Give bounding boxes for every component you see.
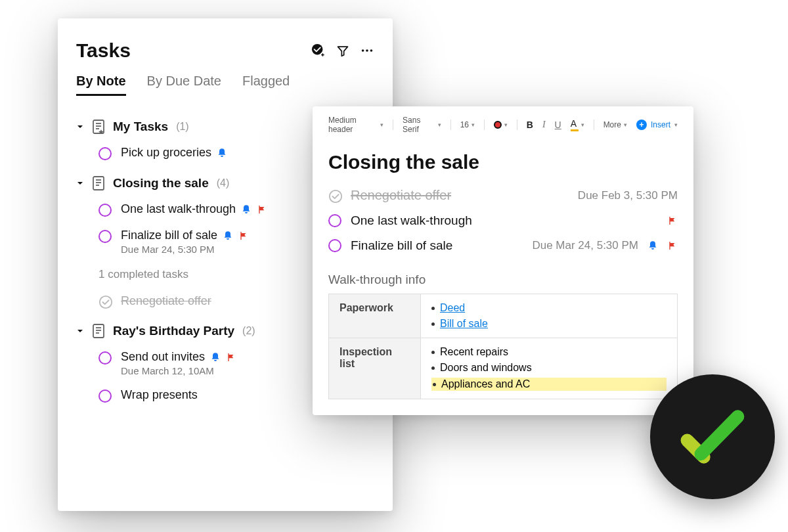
note-task[interactable]: Finalize bill of sale Due Mar 24, 5:30 P…	[328, 233, 678, 258]
flag-icon	[667, 240, 678, 251]
list-item: Doors and windows	[431, 362, 667, 374]
bell-icon	[241, 204, 252, 215]
group-title: Closing the sale	[113, 176, 209, 190]
task-label: Send out invites	[121, 350, 205, 364]
checkmark-badge	[650, 374, 775, 499]
note-editor-panel: Medium header▾ Sans Serif▾ 16▾ ▾ B I U A…	[313, 106, 693, 415]
svg-rect-14	[93, 324, 104, 338]
chevron-down-icon	[76, 327, 84, 335]
task-body: Finalize bill of sale Due Mar 24, 5:30 P…	[121, 229, 249, 255]
plus-icon: +	[636, 120, 647, 130]
task-checkbox[interactable]	[98, 351, 112, 365]
note-icon	[92, 176, 105, 190]
font-size-dropdown[interactable]: 16▾	[460, 120, 475, 129]
italic-button[interactable]: I	[542, 120, 546, 130]
group-count: (2)	[242, 325, 255, 337]
section-title: Walk-through info	[328, 258, 678, 294]
flag-icon	[257, 204, 267, 215]
svg-point-4	[370, 49, 373, 52]
flag-icon	[226, 352, 236, 363]
table-row: Paperwork Deed Bill of sale	[329, 294, 678, 338]
list-item-highlighted: Appliances and AC	[431, 378, 667, 391]
task-body: Wrap presents	[121, 388, 198, 402]
task-body: One last walk-through	[121, 202, 267, 216]
walk-through-table: Paperwork Deed Bill of sale Inspection l…	[328, 294, 678, 399]
task-body: Send out invites Due March 12, 10AM	[121, 350, 236, 376]
link-deed[interactable]: Deed	[440, 302, 465, 314]
underline-button[interactable]: U	[555, 120, 561, 130]
task-checkbox[interactable]	[328, 214, 341, 227]
tab-by-note[interactable]: By Note	[76, 74, 126, 96]
more-icon[interactable]	[360, 43, 374, 58]
link-bill-of-sale[interactable]: Bill of sale	[440, 318, 488, 330]
separator	[517, 120, 517, 130]
task-checkbox[interactable]	[98, 147, 112, 160]
chevron-down-icon	[76, 179, 84, 187]
separator	[594, 120, 594, 130]
svg-point-13	[100, 296, 112, 307]
task-checkbox[interactable]	[98, 204, 112, 217]
highlight-dropdown[interactable]: A▾	[571, 118, 584, 131]
svg-point-18	[330, 190, 341, 202]
more-dropdown[interactable]: More▾	[603, 120, 627, 129]
list-item: Recent repairs	[431, 346, 667, 358]
group-title: My Tasks	[113, 120, 168, 134]
task-label-done: Renegotiate offer	[121, 294, 211, 308]
task-label: Pick up groceries	[121, 146, 211, 160]
task-due: Due Mar 24, 5:30 PM	[532, 239, 638, 252]
table-row: Inspection list Recent repairs Doors and…	[329, 338, 678, 399]
separator	[484, 120, 485, 130]
editor-toolbar: Medium header▾ Sans Serif▾ 16▾ ▾ B I U A…	[328, 116, 678, 139]
task-due: Due Feb 3, 5:30 PM	[578, 189, 678, 202]
svg-point-3	[366, 49, 368, 52]
task-checkbox[interactable]	[98, 389, 112, 403]
checkmark-icon	[676, 401, 749, 473]
group-count: (4)	[217, 177, 230, 189]
separator	[393, 120, 393, 130]
note-title[interactable]: Closing the sale	[328, 139, 678, 183]
table-header-cell: Inspection list	[329, 338, 421, 399]
tabs: By Note By Due Date Flagged	[72, 74, 378, 108]
check-complete-icon[interactable]	[328, 189, 341, 202]
bell-icon	[210, 352, 221, 363]
group-count: (1)	[176, 121, 189, 133]
task-due: Due March 12, 10AM	[121, 365, 236, 376]
tab-by-due-date[interactable]: By Due Date	[147, 74, 221, 96]
task-label: Finalize bill of sale	[121, 229, 217, 242]
svg-point-2	[362, 49, 364, 52]
insert-label: Insert	[651, 120, 670, 129]
heading-dropdown[interactable]: Medium header▾	[328, 116, 383, 134]
note-task[interactable]: One last walk-through	[328, 208, 678, 233]
text-color-dropdown[interactable]: ▾	[494, 121, 508, 129]
color-swatch-icon	[494, 121, 502, 129]
bold-button[interactable]: B	[527, 120, 533, 130]
list-item: Deed	[431, 302, 667, 314]
page-title: Tasks	[76, 39, 131, 62]
task-label: Finalize bill of sale	[351, 238, 452, 253]
table-cell[interactable]: Deed Bill of sale	[421, 294, 678, 338]
separator	[450, 120, 451, 130]
tab-flagged[interactable]: Flagged	[242, 74, 290, 96]
bell-icon	[217, 148, 227, 158]
task-label: One last walk-through	[351, 213, 472, 228]
list-item: Bill of sale	[431, 318, 667, 330]
table-header-cell: Paperwork	[329, 294, 421, 338]
note-star-icon	[92, 120, 105, 134]
group-title: Ray's Birthday Party	[113, 324, 234, 338]
insert-button[interactable]: + Insert ▾	[636, 120, 678, 130]
add-check-icon[interactable]	[311, 43, 326, 58]
task-checkbox[interactable]	[98, 230, 112, 243]
header-actions	[311, 43, 374, 58]
font-dropdown[interactable]: Sans Serif▾	[403, 116, 441, 134]
check-complete-icon[interactable]	[98, 295, 112, 308]
svg-rect-9	[93, 177, 104, 190]
table-cell[interactable]: Recent repairs Doors and windows Applian…	[421, 338, 678, 399]
task-body: Pick up groceries	[121, 146, 227, 160]
chevron-down-icon	[76, 123, 84, 131]
bell-icon	[223, 231, 233, 241]
task-label-done: Renegotiate offer	[351, 188, 451, 203]
tasks-header: Tasks	[72, 39, 378, 74]
task-checkbox[interactable]	[328, 239, 341, 252]
filter-icon[interactable]	[336, 44, 349, 57]
note-task-done[interactable]: Renegotiate offer Due Feb 3, 5:30 PM	[328, 183, 678, 208]
